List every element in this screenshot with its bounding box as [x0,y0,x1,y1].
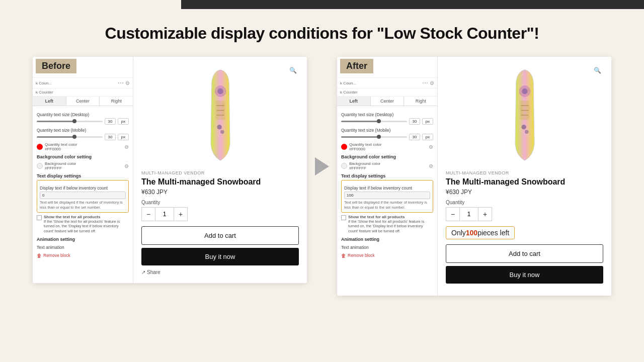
after-text-display-box: Display text if below inventory count 10… [341,180,433,213]
after-bg-color-row: Background color #FFFFFF ⚙ [341,161,433,170]
svg-point-4 [220,130,224,134]
after-panel-subtitle-row: k Counter [337,88,437,97]
before-animation-label: Text animation [37,245,129,250]
after-panel-wrapper: After k Coun... ⋯ ⚙ k Counter Left Cente… [337,57,611,296]
after-qty-color-dot[interactable] [341,144,347,150]
before-text-display-section: Text display settings [37,173,129,178]
before-qty-mobile-slider-row: 30 px [37,134,129,140]
after-animation-label: Text animation [341,245,433,250]
after-tabs: Left Center Right [337,97,437,106]
before-panel-title-row: k Coun... ⋯ ⚙ [33,78,133,88]
before-add-to-cart-button[interactable]: Add to cart [141,226,299,245]
before-panel-subtitle-row: k Counter [33,88,133,97]
before-qty-color-label: Quantity text color [45,142,77,147]
after-remove-label: Remove block [348,253,375,258]
before-checkbox-help: If the 'Show the text for all products' … [44,219,129,234]
after-product-title: The Multi-managed Snowboard [446,177,603,187]
before-checkbox[interactable] [37,215,42,220]
before-share-label: Share [147,269,160,275]
before-quantity-label: Quantity [141,200,299,205]
before-product-price: ¥630 JPY [141,189,299,196]
before-bg-color-dot[interactable] [37,163,43,169]
low-stock-badge: Only 100 pieces left [446,226,515,239]
after-qty-minus-button[interactable]: − [446,207,460,221]
after-bg-color-section: Background color setting [341,154,433,159]
before-bg-color-gear-icon[interactable]: ⚙ [124,163,129,169]
before-qty-desktop-unit: px [118,118,129,125]
after-tab-center[interactable]: Center [371,97,405,106]
before-tab-center[interactable]: Center [66,97,100,106]
before-checkbox-label: Show the text for all products [44,215,129,219]
before-remove-block-btn[interactable]: 🗑 Remove block [37,253,129,258]
after-panel-title: k Coun... [340,81,421,85]
after-qty-value: 1 [460,207,478,221]
before-remove-icon: 🗑 [37,253,42,258]
low-stock-text-before: Only [451,229,466,237]
before-display-if-label: Display text if below inventory count [40,186,126,191]
before-bg-color-hex: #FFFFFF [45,166,76,170]
before-qty-mobile-value: 30 [105,134,116,140]
svg-point-1 [217,88,223,94]
after-qty-desktop-slider[interactable] [341,121,407,122]
after-quantity-row: − 1 + [446,207,603,221]
before-magnify-icon[interactable]: 🔍 [289,67,297,74]
before-qty-desktop-slider-row: 30 px [37,118,129,125]
after-remove-icon: 🗑 [341,253,346,258]
before-qty-value: 1 [155,207,174,221]
after-qty-plus-button[interactable]: + [478,207,492,221]
before-bg-color-sub: Background color [45,161,76,166]
after-bg-color-gear-icon[interactable]: ⚙ [429,163,433,169]
after-qty-color-label: Quantity text color [349,142,381,147]
after-magnify-icon[interactable]: 🔍 [594,67,601,74]
after-qty-color-row: Quantity text color #FF0000 ⚙ [341,142,433,151]
after-badge: After [340,59,373,73]
before-buy-now-button[interactable]: Buy it now [141,248,299,265]
before-badge: Before [36,59,76,73]
after-checkbox[interactable] [341,215,346,220]
before-qty-color-gear-icon[interactable]: ⚙ [124,144,129,150]
after-panel-gear-icon[interactable]: ⚙ [430,80,434,86]
after-tab-right[interactable]: Right [404,97,437,106]
before-product-title: The Multi-managed Snowboard [141,177,299,187]
after-add-to-cart-button[interactable]: Add to cart [446,244,603,263]
before-qty-plus-button[interactable]: + [174,207,188,221]
before-qty-desktop-slider[interactable] [37,121,103,122]
after-tab-left[interactable]: Left [337,97,371,106]
before-checkbox-row: Show the text for all products If the 'S… [37,215,129,234]
before-tab-right[interactable]: Right [100,97,133,106]
after-bg-color-dot[interactable] [341,163,347,169]
after-product-image[interactable]: 🔍 [446,65,603,165]
after-qty-mobile-label: Quantity text size (Mobile) [341,128,433,133]
after-bg-color-hex: #FFFFFF [349,166,380,170]
before-snowboard-svg [201,67,239,163]
before-product-image[interactable]: 🔍 [141,65,299,165]
before-share-link[interactable]: ↗ Share [141,269,299,275]
after-qty-desktop-slider-row: 30 px [341,118,433,125]
low-stock-number: 100 [466,229,477,237]
before-panel-dots-icon: ⋯ [118,79,124,86]
after-help-text: Text will be displayed if the number of … [344,200,430,210]
before-panel-gear-icon[interactable]: ⚙ [125,80,130,86]
before-qty-color-dot[interactable] [37,144,43,150]
after-bg-color-sub: Background color [349,161,380,166]
before-qty-minus-button[interactable]: − [141,207,155,221]
after-qty-color-gear-icon[interactable]: ⚙ [429,144,433,150]
after-display-if-label: Display text if below inventory count [344,186,430,191]
before-qty-mobile-unit: px [118,134,129,140]
before-qty-mobile-label: Quantity text size (Mobile) [37,128,129,133]
after-qty-mobile-slider[interactable] [341,136,407,138]
before-remove-label: Remove block [43,253,70,258]
after-qty-mobile-value: 30 [409,134,420,140]
after-remove-block-btn[interactable]: 🗑 Remove block [341,253,433,258]
svg-point-9 [525,130,529,134]
after-qty-mobile-unit: px [422,134,433,140]
before-qty-desktop-label: Quantity text size (Desktop) [37,112,129,117]
before-qty-mobile-slider[interactable] [37,136,103,138]
before-bg-color-section: Background color setting [37,154,129,159]
before-vendor-label: MULTI-MANAGED VENDOR [141,170,299,175]
arrow-container [307,57,337,175]
after-buy-now-button[interactable]: Buy it now [446,266,603,284]
after-display-if-input[interactable]: 100 [344,192,430,199]
before-tab-left[interactable]: Left [33,97,66,106]
before-display-if-input[interactable]: 0 [40,192,126,199]
